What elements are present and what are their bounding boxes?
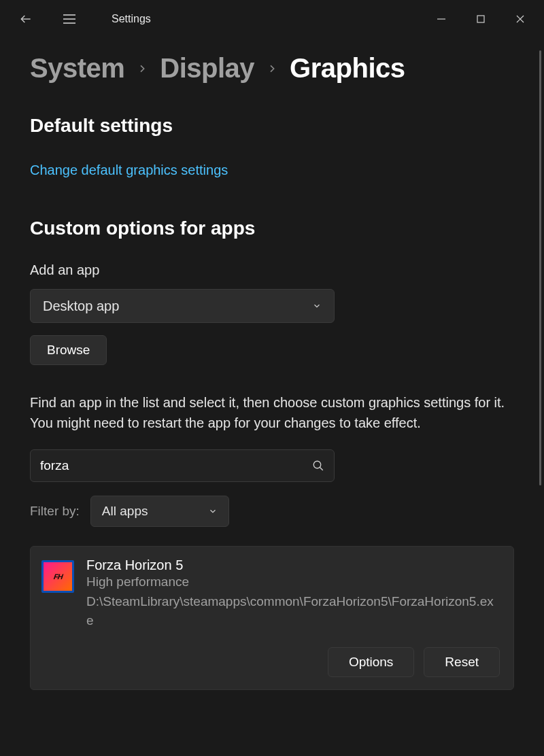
back-arrow-icon bbox=[19, 12, 33, 26]
app-icon: FH bbox=[41, 560, 74, 593]
app-type-dropdown[interactable]: Desktop app bbox=[30, 289, 335, 323]
content-area: System Display Graphics Default settings… bbox=[0, 38, 544, 690]
maximize-button[interactable] bbox=[465, 7, 496, 31]
breadcrumb-display[interactable]: Display bbox=[160, 53, 254, 84]
chevron-right-icon bbox=[267, 63, 277, 74]
svg-point-8 bbox=[313, 461, 321, 468]
default-settings-title: Default settings bbox=[30, 115, 514, 137]
description-text: Find an app in the list and select it, t… bbox=[30, 392, 506, 433]
back-button[interactable] bbox=[14, 7, 38, 31]
app-name: Forza Horizon 5 bbox=[86, 557, 500, 573]
close-icon bbox=[515, 14, 525, 24]
titlebar: Settings bbox=[0, 0, 544, 38]
minimize-icon bbox=[437, 14, 446, 24]
app-icon-text: FH bbox=[53, 572, 63, 581]
chevron-right-icon bbox=[137, 63, 148, 74]
app-path: D:\SteamLibrary\steamapps\common\ForzaHo… bbox=[86, 592, 500, 630]
search-icon bbox=[312, 460, 324, 472]
change-default-link[interactable]: Change default graphics settings bbox=[30, 162, 514, 178]
app-card-top: FH Forza Horizon 5 High performance D:\S… bbox=[41, 557, 500, 630]
window-controls bbox=[426, 7, 536, 31]
filter-row: Filter by: All apps bbox=[30, 496, 514, 527]
chevron-down-icon bbox=[208, 506, 218, 516]
add-app-label: Add an app bbox=[30, 262, 514, 278]
scrollbar[interactable] bbox=[539, 50, 541, 485]
svg-rect-5 bbox=[477, 16, 484, 22]
search-box[interactable] bbox=[30, 449, 335, 482]
browse-button[interactable]: Browse bbox=[30, 335, 107, 365]
chevron-down-icon bbox=[312, 301, 322, 311]
app-type-selected: Desktop app bbox=[43, 298, 119, 314]
breadcrumb: System Display Graphics bbox=[30, 53, 514, 84]
hamburger-button[interactable] bbox=[57, 7, 82, 31]
app-info: Forza Horizon 5 High performance D:\Stea… bbox=[86, 557, 500, 630]
hamburger-icon bbox=[63, 14, 76, 24]
close-button[interactable] bbox=[505, 7, 536, 31]
titlebar-left: Settings bbox=[14, 7, 151, 31]
filter-selected: All apps bbox=[102, 504, 148, 519]
custom-options-title: Custom options for apps bbox=[30, 218, 514, 239]
search-input[interactable] bbox=[40, 458, 312, 473]
options-button[interactable]: Options bbox=[328, 647, 414, 677]
app-card[interactable]: FH Forza Horizon 5 High performance D:\S… bbox=[30, 546, 514, 690]
svg-line-9 bbox=[320, 467, 323, 470]
app-performance: High performance bbox=[86, 574, 500, 589]
breadcrumb-system[interactable]: System bbox=[30, 53, 124, 84]
filter-dropdown[interactable]: All apps bbox=[90, 496, 229, 527]
window-title: Settings bbox=[112, 13, 151, 25]
minimize-button[interactable] bbox=[426, 7, 457, 31]
filter-label: Filter by: bbox=[30, 504, 80, 519]
reset-button[interactable]: Reset bbox=[424, 647, 500, 677]
app-actions: Options Reset bbox=[41, 647, 500, 677]
breadcrumb-graphics: Graphics bbox=[290, 53, 405, 84]
maximize-icon bbox=[476, 14, 486, 24]
